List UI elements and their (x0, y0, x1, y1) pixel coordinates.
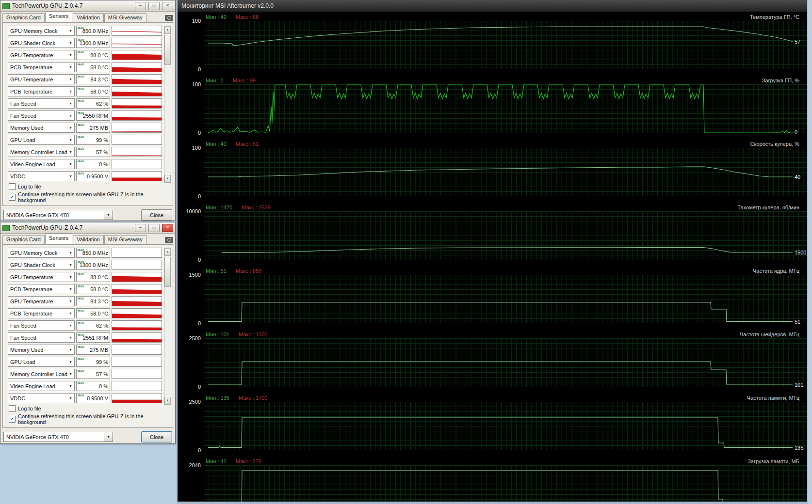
sensor-select[interactable]: PCB Temperature ▼ (8, 86, 75, 96)
sensor-select[interactable]: GPU Load ▼ (8, 357, 75, 367)
sensor-select[interactable]: Memory Used ▼ (8, 123, 75, 133)
camera-icon[interactable] (165, 237, 173, 243)
scrollbar-track[interactable] (164, 256, 171, 397)
sensor-select[interactable]: GPU Memory Clock ▼ (8, 26, 75, 36)
sensor-reading: 850.0 MHz (82, 28, 108, 34)
tab-sensors[interactable]: Sensors (45, 234, 72, 244)
sensor-select[interactable]: PCB Temperature ▼ (8, 308, 75, 318)
sensor-history-graph (112, 345, 162, 355)
max-value-label: Макс : 61 (236, 141, 259, 147)
scroll-up-icon[interactable]: ▲ (164, 248, 171, 256)
log-to-file-checkbox[interactable] (9, 183, 16, 190)
scale-zero-label: 0 (179, 257, 201, 263)
maximize-icon[interactable]: □ (148, 224, 160, 232)
sensor-select[interactable]: GPU Memory Clock ▼ (8, 248, 75, 258)
device-select[interactable]: NVIDIA GeForce GTX 470 ▼ (3, 210, 113, 220)
max-tag: MAX (78, 99, 84, 102)
maximize-icon[interactable]: □ (148, 2, 160, 10)
sensor-name: Fan Speed (10, 323, 36, 329)
sensor-select[interactable]: GPU Shader Clock ▼ (8, 38, 75, 48)
chevron-down-icon: ▼ (69, 275, 72, 279)
sensor-select[interactable]: GPU Shader Clock ▼ (8, 260, 75, 270)
scrollbar-track[interactable] (164, 34, 171, 175)
sensor-select[interactable]: Fan Speed ▼ (8, 332, 75, 343)
sensor-select[interactable]: GPU Temperature ▼ (8, 272, 75, 282)
sensor-select[interactable]: GPU Load ▼ (8, 135, 75, 145)
sensor-select[interactable]: PCB Temperature ▼ (8, 62, 75, 72)
chevron-down-icon: ▼ (69, 396, 72, 400)
sensor-select[interactable]: Memory Used ▼ (8, 345, 75, 355)
scale-zero-label: 0 (179, 320, 201, 326)
minimize-icon[interactable]: – (135, 2, 146, 10)
sensor-select[interactable]: VDDC ▼ (8, 171, 75, 181)
min-value-label: Мин : 40 (206, 141, 227, 147)
sensor-select[interactable]: Memory Controller Load ▼ (8, 369, 75, 379)
close-button[interactable]: Close (141, 209, 172, 220)
scroll-down-icon[interactable]: ▼ (164, 397, 171, 405)
afterburner-titlebar[interactable]: Мониторинг MSI Afterburner v2.0.0 (178, 0, 807, 12)
sensor-history-graph (112, 98, 162, 109)
refresh-checkbox[interactable]: ✔ (9, 194, 16, 201)
chevron-down-icon: ▼ (69, 138, 72, 142)
log-to-file-checkbox[interactable] (9, 405, 16, 412)
scroll-up-icon[interactable]: ▲ (164, 26, 171, 34)
refresh-checkbox[interactable]: ✔ (9, 416, 16, 423)
tab-sensors[interactable]: Sensors (45, 12, 72, 22)
scrollbar[interactable]: ▲ ▼ (164, 26, 171, 183)
tab-msi-giveaway[interactable]: MSI Giveaway (104, 13, 146, 22)
tab-msi-giveaway[interactable]: MSI Giveaway (104, 235, 146, 244)
scrollbar-thumb[interactable] (164, 257, 171, 287)
scrollbar-thumb[interactable] (164, 35, 171, 65)
sensor-list: GPU Memory Clock ▼ MAX 850.0 MHz GPU Sha… (8, 26, 162, 181)
sensor-select[interactable]: GPU Temperature ▼ (8, 74, 75, 84)
sensor-value: MAX 58.0 °C (76, 308, 110, 318)
close-icon[interactable]: ✕ (162, 2, 173, 10)
sensor-select[interactable]: Fan Speed ▼ (8, 110, 75, 121)
chevron-down-icon: ▼ (69, 360, 72, 363)
sensor-select[interactable]: Video Engine Load ▼ (8, 381, 75, 391)
sensor-row: GPU Shader Clock ▼ MAX 1300.0 MHz (8, 260, 162, 270)
sensor-name: Fan Speed (10, 335, 36, 341)
tab-validation[interactable]: Validation (73, 235, 104, 244)
sensor-select[interactable]: Video Engine Load ▼ (8, 159, 75, 169)
sensor-value: MAX 58.0 °C (76, 62, 110, 72)
panel-plot: 100 0 0 (204, 84, 807, 133)
camera-icon[interactable] (165, 15, 173, 21)
sensor-row: GPU Memory Clock ▼ MAX 850.0 MHz (8, 26, 162, 36)
chevron-down-icon[interactable]: ▼ (104, 432, 113, 441)
sensor-select[interactable]: GPU Temperature ▼ (8, 50, 75, 60)
close-icon[interactable]: ✕ (162, 224, 173, 232)
sensor-history-graph (112, 332, 162, 343)
window-titlebar[interactable]: TechPowerUp GPU-Z 0.4.7 – □ ✕ (0, 0, 175, 12)
scrollbar[interactable]: ▲ ▼ (164, 248, 171, 405)
sensor-history-graph (112, 135, 162, 145)
refresh-row: ✔ Continue refreshing this screen while … (9, 191, 161, 203)
monitor-panel: Мин : 49 Макс : 88 Температура ГП, °C 10… (178, 13, 807, 76)
sensor-select[interactable]: PCB Temperature ▼ (8, 284, 75, 294)
device-select[interactable]: NVIDIA GeForce GTX 470 ▼ (3, 432, 113, 442)
sensor-history-graph (112, 369, 162, 379)
window-titlebar[interactable]: TechPowerUp GPU-Z 0.4.7 – □ ✕ (0, 222, 175, 234)
tab-graphics-card[interactable]: Graphics Card (2, 13, 45, 22)
tab-validation[interactable]: Validation (73, 13, 104, 22)
sensor-value: MAX 0.9500 V (76, 171, 110, 181)
max-tag: MAX (78, 394, 84, 397)
sensor-select[interactable]: GPU Temperature ▼ (8, 296, 75, 306)
sensor-select[interactable]: Memory Controller Load ▼ (8, 147, 75, 157)
window-title: TechPowerUp GPU-Z 0.4.7 (12, 224, 132, 231)
chevron-down-icon: ▼ (69, 78, 72, 81)
tab-graphics-card[interactable]: Graphics Card (2, 235, 45, 244)
sensor-select[interactable]: Fan Speed ▼ (8, 320, 75, 331)
panel-title: Частота ядра, МГц (753, 268, 799, 274)
minimize-icon[interactable]: – (135, 224, 146, 232)
close-button[interactable]: Close (141, 431, 172, 442)
gpuz-window-1: TechPowerUp GPU-Z 0.4.7 – □ ✕ Graphics C… (0, 0, 176, 221)
sensor-select[interactable]: VDDC ▼ (8, 393, 75, 403)
min-value-label: Мин : 51 (206, 268, 227, 274)
chevron-down-icon: ▼ (69, 324, 72, 327)
monitor-panel: Мин : 42 Макс : 275 Загрузка памяти, МБ … (178, 457, 807, 502)
chevron-down-icon[interactable]: ▼ (104, 210, 113, 220)
refresh-row: ✔ Continue refreshing this screen while … (9, 413, 161, 425)
sensor-select[interactable]: Fan Speed ▼ (8, 98, 75, 109)
scroll-down-icon[interactable]: ▼ (164, 175, 171, 183)
